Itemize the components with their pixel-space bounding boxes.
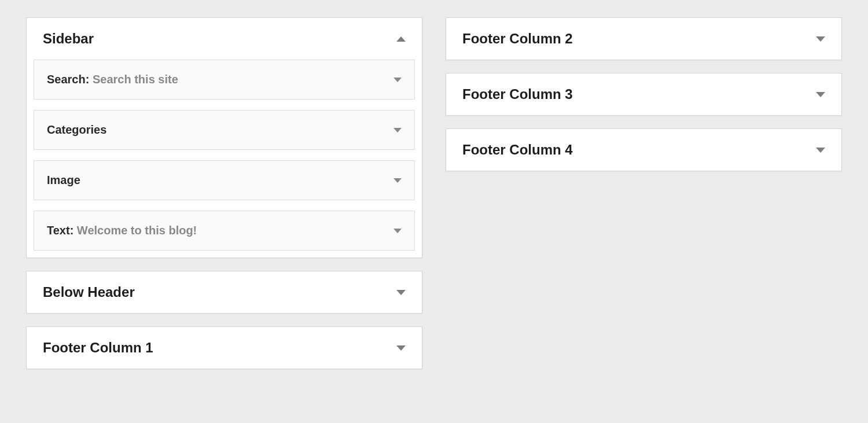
widget-area-below-header: Below Header (26, 271, 422, 314)
chevron-down-icon (816, 148, 825, 153)
widget-area-footer-column-4-title: Footer Column 4 (462, 142, 573, 158)
widget-label-wrapper: Search: Search this site (47, 73, 178, 86)
left-column: Sidebar Search: Search this site Categor… (26, 17, 422, 369)
widget-area-sidebar-body: Search: Search this site Categories Imag… (27, 60, 422, 258)
right-column: Footer Column 2 Footer Column 3 Footer C… (446, 17, 842, 369)
widget-label-wrapper: Text: Welcome to this blog! (47, 224, 197, 237)
widget-area-below-header-header[interactable]: Below Header (27, 271, 422, 313)
widget-area-footer-column-2-title: Footer Column 2 (462, 31, 573, 47)
widget-area-footer-column-1-title: Footer Column 1 (43, 340, 153, 356)
widget-text-label: Text: (47, 224, 73, 237)
chevron-down-icon (396, 345, 406, 351)
widget-area-footer-column-4: Footer Column 4 (446, 128, 842, 171)
chevron-down-icon (393, 229, 402, 233)
widget-area-footer-column-2: Footer Column 2 (446, 17, 842, 60)
widget-text[interactable]: Text: Welcome to this blog! (34, 211, 415, 251)
chevron-down-icon (816, 36, 825, 42)
widget-area-footer-column-4-header[interactable]: Footer Column 4 (446, 129, 841, 171)
widget-area-footer-column-3-title: Footer Column 3 (462, 86, 573, 102)
chevron-down-icon (393, 78, 402, 82)
widget-search-label: Search: (47, 73, 89, 86)
widget-area-sidebar-header[interactable]: Sidebar (27, 18, 422, 60)
widget-image[interactable]: Image (34, 160, 415, 200)
widget-search[interactable]: Search: Search this site (34, 60, 415, 100)
widget-areas-layout: Sidebar Search: Search this site Categor… (26, 17, 842, 369)
widget-search-suffix: Search this site (89, 73, 178, 86)
widget-area-footer-column-3-header[interactable]: Footer Column 3 (446, 73, 841, 115)
chevron-up-icon (396, 36, 406, 42)
widget-categories-label: Categories (47, 123, 106, 136)
widget-label-wrapper: Categories (47, 123, 106, 137)
widget-area-footer-column-2-header[interactable]: Footer Column 2 (446, 18, 841, 60)
widget-categories[interactable]: Categories (34, 110, 415, 150)
widget-area-footer-column-1: Footer Column 1 (26, 326, 422, 369)
widget-label-wrapper: Image (47, 174, 80, 187)
widget-area-sidebar: Sidebar Search: Search this site Categor… (26, 17, 422, 258)
widget-area-footer-column-3: Footer Column 3 (446, 73, 842, 116)
chevron-down-icon (393, 128, 402, 133)
widget-area-footer-column-1-header[interactable]: Footer Column 1 (27, 327, 422, 369)
chevron-down-icon (396, 290, 406, 295)
widget-area-sidebar-title: Sidebar (43, 31, 94, 47)
chevron-down-icon (816, 92, 825, 97)
widget-image-label: Image (47, 174, 80, 186)
widget-text-suffix: Welcome to this blog! (73, 224, 197, 237)
widget-area-below-header-title: Below Header (43, 284, 135, 300)
chevron-down-icon (393, 178, 402, 183)
